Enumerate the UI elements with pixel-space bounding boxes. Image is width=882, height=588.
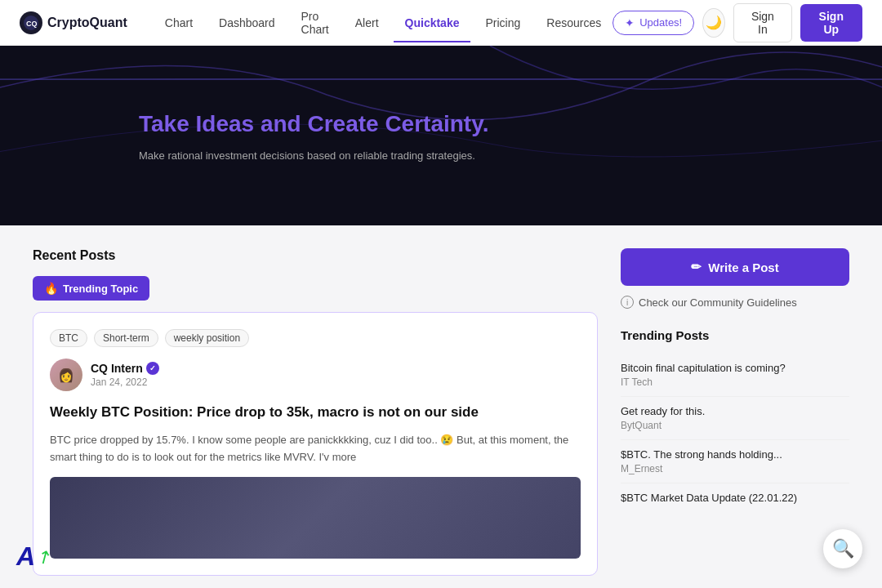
author-avatar: 👩 (50, 359, 82, 391)
updates-button[interactable]: ✦ Updates! (612, 11, 694, 35)
write-post-label: Write a Post (708, 261, 778, 274)
trending-post-title-3: $BTC Market Data Update (22.01.22) (621, 492, 849, 504)
trending-item-1[interactable]: Get ready for this. BytQuant (621, 397, 849, 440)
nav-chart[interactable]: Chart (154, 10, 204, 36)
post-tags: BTC Short-term weekly position (50, 329, 581, 347)
trending-author-1: BytQuant (621, 420, 849, 431)
nav-resources[interactable]: Resources (535, 10, 612, 36)
trending-item-2[interactable]: $BTC. The strong hands holding... M_Erne… (621, 440, 849, 483)
right-column: ✏ Write a Post i Check our Community Gui… (621, 248, 849, 576)
tag-weekly-position[interactable]: weekly position (165, 329, 249, 347)
info-icon: i (621, 296, 634, 309)
trending-author-2: M_Ernest (621, 463, 849, 474)
svg-text:CQ: CQ (26, 20, 38, 28)
author-info: CQ Intern ✓ Jan 24, 2022 (91, 362, 159, 388)
tag-btc[interactable]: BTC (50, 329, 87, 347)
updates-label: Updates! (639, 16, 682, 29)
left-column: Recent Posts 🔥 Trending Topic BTC Short-… (33, 248, 598, 576)
nav-pricing[interactable]: Pricing (474, 10, 532, 36)
tag-short-term[interactable]: Short-term (94, 329, 158, 347)
trending-post-title-2: $BTC. The strong hands holding... (621, 448, 849, 461)
hero-section: Take Ideas and Create Certainty. Make ra… (0, 46, 882, 225)
fire-icon: 🔥 (44, 282, 58, 295)
post-date: Jan 24, 2022 (91, 376, 159, 388)
moon-icon: 🌙 (706, 15, 722, 30)
post-author: 👩 CQ Intern ✓ Jan 24, 2022 (50, 359, 581, 391)
trending-item-3[interactable]: $BTC Market Data Update (22.01.22) (621, 483, 849, 514)
logo[interactable]: CQ CryptoQuant (20, 11, 127, 34)
trending-post-title-1: Get ready for this. (621, 405, 849, 417)
post-title[interactable]: Weekly BTC Position: Price drop to 35k, … (50, 403, 581, 422)
trending-post-title-0: Bitcoin final capitulation is coming? (621, 362, 849, 374)
verified-badge: ✓ (146, 362, 159, 375)
post-excerpt: BTC price dropped by 15.7%. I know some … (50, 432, 581, 466)
author-name-text: CQ Intern (91, 362, 143, 375)
write-icon: ✏ (691, 260, 702, 274)
brand-name: CryptoQuant (47, 16, 127, 30)
nav-pro-chart[interactable]: Pro Chart (290, 3, 341, 42)
hero-content: Take Ideas and Create Certainty. Make ra… (139, 109, 488, 161)
tab-label: Trending Topic (63, 283, 138, 295)
trending-item-0[interactable]: Bitcoin final capitulation is coming? IT… (621, 354, 849, 397)
logo-icon: CQ (20, 11, 42, 34)
post-card: BTC Short-term weekly position 👩 CQ Inte… (33, 312, 598, 576)
trending-author-0: IT Tech (621, 376, 849, 388)
tab-bar: 🔥 Trending Topic (33, 276, 598, 301)
spark-icon: ✦ (625, 16, 635, 29)
nav-links: Chart Dashboard Pro Chart Alert Quicktak… (154, 3, 612, 42)
trending-posts-title: Trending Posts (621, 328, 849, 342)
post-image (50, 477, 581, 559)
nav-dashboard[interactable]: Dashboard (207, 10, 287, 36)
hero-subtitle: Make rational investment decisions based… (139, 149, 488, 162)
navbar: CQ CryptoQuant Chart Dashboard Pro Chart… (0, 0, 882, 46)
chat-button[interactable]: 🔍 (823, 529, 862, 568)
signup-button[interactable]: Sign Up (800, 4, 862, 42)
theme-toggle-button[interactable]: 🌙 (702, 8, 725, 38)
recent-posts-title: Recent Posts (33, 248, 598, 263)
watermark-a: A (16, 541, 35, 572)
post-image-inner (50, 477, 581, 559)
logo-watermark: A ↗ (16, 541, 51, 572)
main-content: Recent Posts 🔥 Trending Topic BTC Short-… (0, 225, 882, 588)
hero-title: Take Ideas and Create Certainty. (139, 109, 488, 139)
write-post-button[interactable]: ✏ Write a Post (621, 248, 849, 286)
author-name: CQ Intern ✓ (91, 362, 159, 375)
chat-icon: 🔍 (832, 538, 854, 559)
community-label: Check our Community Guidelines (639, 296, 797, 309)
nav-alert[interactable]: Alert (344, 10, 390, 36)
nav-quicktake[interactable]: Quicktake (394, 10, 471, 36)
avatar-image: 👩 (50, 359, 82, 391)
trending-list: Bitcoin final capitulation is coming? IT… (621, 354, 849, 514)
signin-button[interactable]: Sign In (733, 3, 791, 42)
nav-right-actions: ✦ Updates! 🌙 Sign In Sign Up (612, 3, 862, 42)
trending-topic-tab[interactable]: 🔥 Trending Topic (33, 276, 149, 301)
community-guidelines-link[interactable]: i Check our Community Guidelines (621, 296, 849, 309)
